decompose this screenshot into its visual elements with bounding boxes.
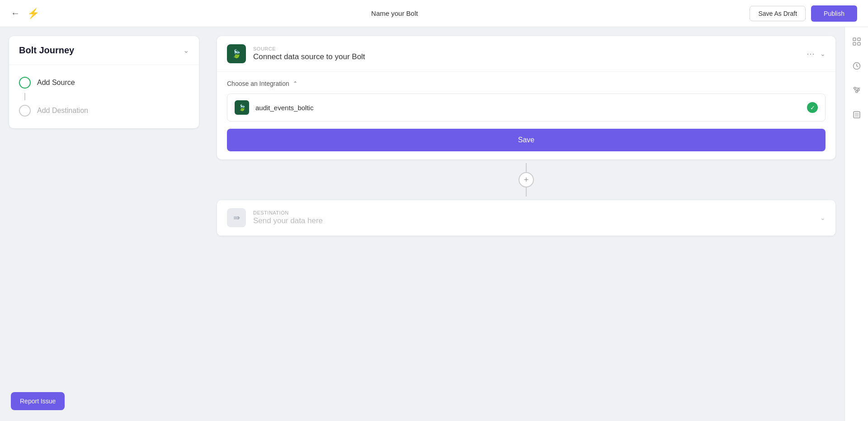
svg-rect-1 [858,38,860,41]
integration-collapse-icon[interactable]: ⌃ [293,80,297,87]
source-more-button[interactable]: ⋯ [807,49,815,59]
source-card-text: Source Connect data source to your Bolt [253,46,807,61]
bolt-icon: ⚡ [27,8,39,19]
step-add-source[interactable]: Add Source [19,72,189,93]
integration-item[interactable]: 🍃 audit_events_boltic ✓ [227,94,826,122]
source-card: 🍃 Source Connect data source to your Bol… [217,36,835,159]
destination-icon-wrap: ⇛ [227,208,246,227]
integration-label: Choose an Integration ⌃ [227,80,826,87]
filter-icon[interactable] [849,83,864,98]
step-label-destination: Add Destination [37,107,88,115]
integration-section: Choose an Integration ⌃ 🍃 audit_events_b… [217,72,835,159]
header-right: Save As Draft Publish [750,5,857,22]
save-draft-button[interactable]: Save As Draft [750,6,806,21]
integration-name: audit_events_boltic [255,104,807,112]
integration-selected-indicator: ✓ [807,102,818,113]
main-layout: Bolt Journey ⌄ Add Source Add Destinatio… [0,27,868,421]
publish-button[interactable]: Publish [811,5,857,22]
svg-point-8 [854,87,856,89]
connector-line-bottom [526,187,527,196]
source-card-label: Source [253,46,807,51]
destination-card-title: Send your data here [253,216,820,225]
source-icon-wrap: 🍃 [227,44,246,63]
journey-header: Bolt Journey ⌄ [9,36,199,65]
mongodb-leaf-icon: 🍃 [231,49,241,59]
right-toolbar [844,27,868,421]
svg-point-10 [856,91,858,93]
destination-icon: ⇛ [233,213,240,223]
grid-icon[interactable] [849,34,864,49]
journey-title: Bolt Journey [19,45,74,56]
integration-label-text: Choose an Integration [227,80,289,87]
destination-card-actions: ⌄ [820,214,826,221]
destination-card: ⇛ Destination Send your data here ⌄ [217,200,835,236]
content-area: 🍃 Source Connect data source to your Bol… [208,27,844,421]
source-collapse-button[interactable]: ⌄ [820,50,826,57]
destination-card-header: ⇛ Destination Send your data here ⌄ [217,200,835,236]
integration-icon: 🍃 [235,100,249,115]
header: ← ⚡ Name your Bolt Save As Draft Publish [0,0,868,27]
back-button[interactable]: ← [11,8,20,19]
destination-card-label: Destination [253,210,820,215]
destination-card-text: Destination Send your data here [253,210,820,225]
clock-icon[interactable] [849,59,864,73]
journey-collapse-icon[interactable]: ⌄ [183,46,189,55]
save-button[interactable]: Save [227,129,826,151]
source-card-title: Connect data source to your Bolt [253,52,807,61]
report-issue-button[interactable]: Report Issue [11,392,65,410]
source-card-header: 🍃 Source Connect data source to your Bol… [217,36,835,72]
journey-panel: Bolt Journey ⌄ Add Source Add Destinatio… [9,36,199,128]
step-label-source: Add Source [37,79,75,87]
step-add-destination[interactable]: Add Destination [19,100,189,121]
step-connector [24,93,25,100]
step-circle-active [19,77,31,89]
step-circle-inactive [19,105,31,117]
header-title: Name your Bolt [371,9,418,17]
svg-rect-2 [853,42,856,45]
check-icon: ✓ [810,104,815,111]
add-step-button[interactable]: + [519,172,534,187]
sidebar: Bolt Journey ⌄ Add Source Add Destinatio… [0,27,208,421]
destination-expand-button[interactable]: ⌄ [820,214,826,221]
connector-line-top [526,163,527,172]
header-left: ← ⚡ [11,8,39,19]
card-connector: + [217,159,835,200]
svg-rect-0 [853,38,856,41]
integration-leaf-icon: 🍃 [238,104,246,111]
journey-steps: Add Source Add Destination [9,65,199,128]
source-card-actions: ⋯ ⌄ [807,49,826,59]
list-icon[interactable] [849,108,864,122]
svg-rect-3 [858,42,860,45]
svg-point-9 [858,89,859,91]
